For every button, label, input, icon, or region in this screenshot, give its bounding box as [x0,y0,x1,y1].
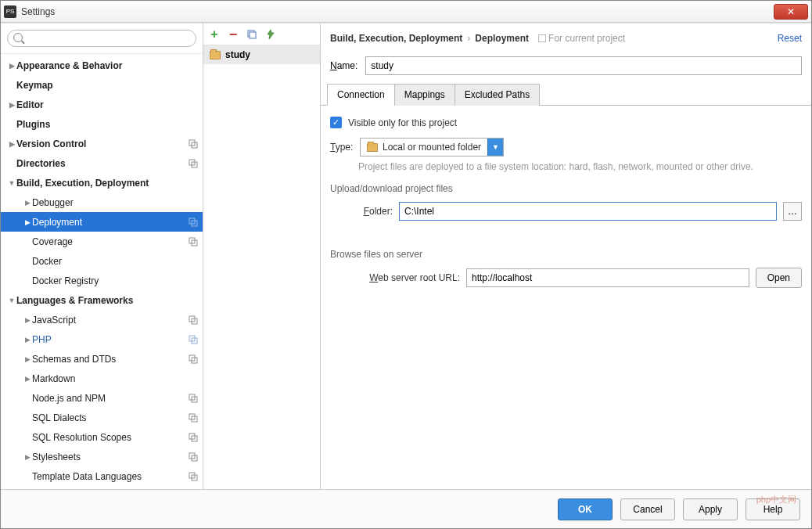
tree-item[interactable]: Docker [1,251,203,271]
tree-item[interactable]: ▶JavaScript [1,310,203,329]
search-icon [13,33,23,42]
tree-item[interactable]: ▶Editor [1,95,203,114]
project-scope-icon [189,139,198,149]
project-scope-icon [189,394,198,403]
titlebar: PS Settings ✕ [1,1,811,23]
set-default-button[interactable] [264,28,277,41]
tree-item[interactable]: ▶Stylesheets [1,447,203,466]
visible-only-label: Visible only for this project [348,117,457,128]
tree-item[interactable]: Coverage [1,232,203,251]
tree-item-label: Schemas and DTDs [32,354,189,365]
tree-item[interactable]: ▶Appearance & Behavior [1,56,203,75]
settings-tree[interactable]: ▶Appearance & BehaviorKeymap▶EditorPlugi… [1,54,203,489]
tree-item-label: Debugger [32,197,198,208]
copy-server-button[interactable] [246,28,258,41]
type-select[interactable]: Local or mounted folder ▼ [360,138,504,157]
server-item[interactable]: study [203,45,320,64]
chevron-right-icon: ▶ [23,316,32,324]
tree-item[interactable]: Plugins [1,114,203,134]
tree-item[interactable]: ▼Languages & Frameworks [1,290,203,310]
chevron-right-icon: ▶ [23,199,32,207]
search-input[interactable] [7,30,196,47]
server-item-label: study [225,49,250,60]
tree-item-label: Directories [16,158,189,169]
tree-item[interactable]: ▶PHP [1,329,203,349]
project-scope-icon [189,452,198,462]
apply-button[interactable]: Apply [683,498,738,520]
window-title: Settings [21,6,55,17]
visible-only-checkbox[interactable]: ✓ [330,117,342,128]
tree-item[interactable]: Docker Registry [1,271,203,290]
tree-item-label: JavaScript [32,315,189,326]
tree-item-label: Stylesheets [32,452,189,462]
browse-section-label: Browse files on server [330,249,802,260]
tree-item[interactable]: ▶Markdown [1,369,203,388]
project-scope-icon [189,472,198,481]
tab-mappings[interactable]: Mappings [394,84,455,106]
tree-item[interactable]: ▼Build, Execution, Deployment [1,173,203,193]
tree-item[interactable]: Directories [1,153,203,173]
tree-item-label: Markdown [32,373,198,384]
open-url-button[interactable]: Open [756,268,802,288]
name-input[interactable] [365,56,802,75]
folder-icon [210,51,221,59]
tree-item-label: PHP [32,334,189,345]
tree-item-label: Plugins [16,119,198,130]
tree-item[interactable]: SQL Resolution Scopes [1,427,203,447]
web-url-input[interactable] [466,268,749,287]
upload-section-label: Upload/download project files [330,183,802,194]
tree-item-label: Deployment [32,217,189,228]
close-button[interactable]: ✕ [774,4,808,20]
tree-item-label: Keymap [16,80,198,91]
dialog-footer: OK Cancel Apply Help php中文网 [1,489,811,528]
tree-item[interactable]: Template Data Languages [1,466,203,486]
app-icon: PS [4,5,16,18]
scope-hint-icon [538,34,546,42]
scope-hint: For current project [538,33,625,44]
tree-item-label: Build, Execution, Deployment [16,178,198,189]
browse-folder-button[interactable]: … [783,202,802,221]
ok-button[interactable]: OK [558,498,613,520]
type-select-dropdown-icon[interactable]: ▼ [487,139,503,156]
project-scope-icon [189,354,198,364]
servers-panel: + − study [203,23,321,489]
chevron-right-icon: ▶ [23,218,32,226]
web-url-label: Web server root URL: [358,272,460,283]
tree-item[interactable]: ▶Schemas and DTDs [1,349,203,369]
tree-item[interactable]: SQL Dialects [1,408,203,427]
tree-item[interactable]: ▶Deployment [1,212,203,232]
project-scope-icon [189,413,198,423]
breadcrumb-current: Deployment [475,33,529,44]
tab-excluded-paths[interactable]: Excluded Paths [455,84,540,106]
chevron-right-icon: ▶ [23,453,32,461]
tab-connection[interactable]: Connection [327,84,395,106]
remove-server-button[interactable]: − [227,28,239,41]
tree-item-label: Languages & Frameworks [16,295,198,306]
breadcrumb-parent: Build, Execution, Deployment [330,33,462,44]
add-server-button[interactable]: + [208,28,221,41]
chevron-right-icon: ▶ [7,101,16,109]
tree-item[interactable]: ▶Debugger [1,193,203,212]
cancel-button[interactable]: Cancel [620,498,675,520]
tree-item-label: Node.js and NPM [32,393,189,404]
tree-item-label: Coverage [32,236,189,247]
tree-item[interactable]: Node.js and NPM [1,388,203,408]
tree-item[interactable]: Keymap [1,75,203,95]
chevron-right-icon: ▶ [23,336,32,344]
tree-item-label: Docker [32,256,198,267]
tree-item-label: Editor [16,99,198,110]
project-scope-icon [189,433,198,442]
project-scope-icon [189,218,198,227]
folder-label: Folder: [358,206,393,217]
tree-item[interactable]: ▶Version Control [1,134,203,153]
settings-tree-panel: ▶Appearance & BehaviorKeymap▶EditorPlugi… [1,23,203,489]
folder-input[interactable] [399,202,777,221]
reset-link[interactable]: Reset [778,33,802,44]
project-scope-icon [189,335,198,344]
help-button[interactable]: Help [746,498,800,520]
chevron-right-icon: ▶ [23,375,32,383]
folder-icon [367,143,378,152]
tree-item-label: Version Control [16,139,189,149]
project-scope-icon [189,237,198,247]
tree-item-label: SQL Dialects [32,412,189,423]
